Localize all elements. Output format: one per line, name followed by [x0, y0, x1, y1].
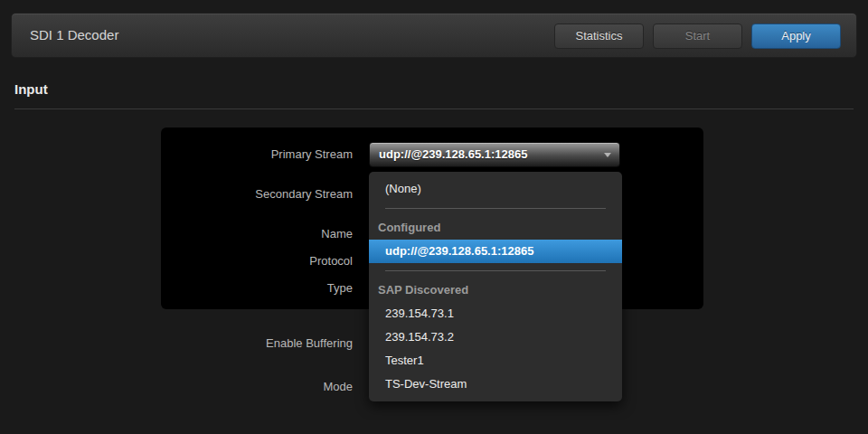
apply-button[interactable]: Apply: [751, 24, 841, 49]
enable-buffering-label: Enable Buffering: [127, 336, 353, 351]
dropdown-option-sap-stream[interactable]: 239.154.73.2: [369, 326, 622, 349]
type-label: Type: [127, 281, 353, 296]
secondary-stream-label: Secondary Stream: [127, 187, 353, 202]
primary-stream-selected-value: udp://@239.128.65.1:12865: [379, 143, 598, 166]
primary-stream-dropdown-menu: (None) Configured udp://@239.128.65.1:12…: [369, 172, 622, 401]
page-title: SDI 1 Decoder: [30, 14, 118, 57]
section-divider: [14, 108, 854, 109]
dropdown-option-none[interactable]: (None): [369, 177, 622, 201]
primary-stream-select[interactable]: udp://@239.128.65.1:12865: [369, 142, 620, 167]
mode-label: Mode: [127, 380, 353, 394]
dropdown-divider: [385, 208, 606, 209]
dropdown-divider: [385, 270, 606, 271]
dropdown-option-configured-stream[interactable]: udp://@239.128.65.1:12865: [369, 240, 622, 263]
dropdown-group-header-sap-discovered: SAP Discovered: [369, 278, 622, 302]
protocol-label: Protocol: [127, 254, 353, 269]
caret-down-icon: [604, 153, 611, 157]
decoder-page: SDI 1 Decoder Statistics Start Apply Inp…: [0, 0, 868, 434]
dropdown-option-sap-stream[interactable]: 239.154.73.1: [369, 302, 622, 326]
section-title-input: Input: [14, 81, 48, 97]
statistics-button[interactable]: Statistics: [554, 24, 644, 49]
name-label: Name: [127, 227, 353, 241]
primary-stream-label: Primary Stream: [127, 147, 353, 162]
start-button[interactable]: Start: [653, 24, 742, 49]
dropdown-option-sap-stream[interactable]: Tester1: [369, 349, 622, 373]
dropdown-group-header-configured: Configured: [369, 216, 622, 240]
titlebar-actions: Statistics Start Apply: [554, 24, 841, 49]
dropdown-option-sap-stream[interactable]: TS-Dev-Stream: [369, 373, 622, 396]
titlebar: SDI 1 Decoder Statistics Start Apply: [11, 13, 857, 58]
